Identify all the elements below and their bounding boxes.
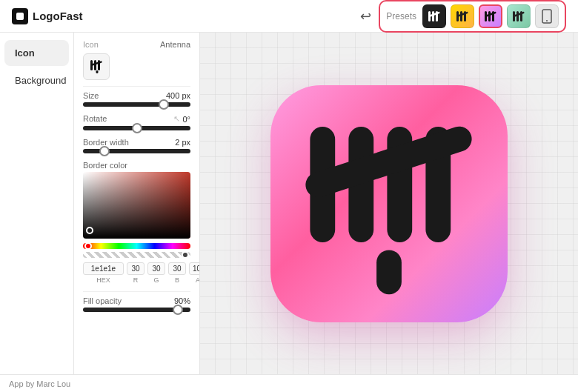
icon-preview-box[interactable] bbox=[83, 53, 110, 80]
border-width-label: Border width bbox=[83, 138, 129, 147]
b-input[interactable] bbox=[168, 262, 186, 275]
border-width-slider-row: Border width 2 px bbox=[83, 138, 190, 153]
footer: App by Marc Lou bbox=[0, 374, 578, 392]
color-inputs-row: HEX R G B A bbox=[83, 262, 190, 284]
sidebar-item-background[interactable]: Background bbox=[4, 67, 69, 93]
color-gradient bbox=[83, 172, 190, 239]
border-width-value: 2 px bbox=[175, 138, 190, 147]
hue-thumb bbox=[84, 242, 92, 250]
border-color-label: Border color bbox=[83, 161, 127, 170]
sidebar-nav: Icon Background bbox=[0, 33, 74, 374]
color-picker[interactable] bbox=[83, 172, 190, 239]
control-panel: Icon Antenna Size 400 px bbox=[74, 33, 200, 374]
presets-label: Presets bbox=[386, 11, 416, 21]
svg-rect-10 bbox=[488, 11, 491, 21]
app-icon bbox=[270, 85, 508, 322]
canvas-area bbox=[200, 33, 578, 374]
footer-link[interactable]: Marc Lou bbox=[36, 379, 70, 388]
rotate-thumb[interactable] bbox=[132, 123, 142, 133]
preset-4[interactable] bbox=[507, 4, 531, 28]
alpha-slider[interactable] bbox=[83, 252, 190, 258]
a-input[interactable] bbox=[189, 262, 200, 275]
r-input-group: R bbox=[127, 262, 144, 284]
svg-rect-2 bbox=[432, 11, 434, 21]
presets-bar: Presets bbox=[379, 0, 566, 33]
border-width-thumb[interactable] bbox=[99, 146, 110, 156]
footer-text: App by Marc Lou bbox=[9, 379, 70, 388]
preset-2[interactable] bbox=[451, 4, 474, 28]
sidebar-item-icon[interactable]: Icon bbox=[4, 40, 69, 66]
svg-rect-6 bbox=[460, 11, 462, 21]
size-thumb[interactable] bbox=[159, 99, 169, 110]
svg-rect-0 bbox=[16, 13, 24, 20]
rotate-icon: ↖ bbox=[173, 114, 180, 124]
size-slider-row: Size 400 px bbox=[83, 91, 190, 107]
rotate-slider-row: Rotate ↖ 0° bbox=[83, 114, 190, 130]
size-label: Size bbox=[83, 91, 99, 100]
r-input[interactable] bbox=[127, 262, 144, 275]
g-label: G bbox=[153, 276, 159, 284]
logo-icon bbox=[12, 8, 28, 24]
rotate-label: Rotate bbox=[83, 114, 107, 124]
preset-5[interactable] bbox=[535, 4, 559, 28]
hex-label: HEX bbox=[96, 276, 110, 284]
svg-rect-29 bbox=[376, 250, 402, 294]
rotate-value: 0° bbox=[182, 115, 190, 124]
g-input-group: G bbox=[147, 262, 165, 284]
hex-input[interactable] bbox=[83, 262, 124, 275]
rotate-slider[interactable] bbox=[83, 126, 190, 130]
svg-rect-20 bbox=[94, 60, 96, 70]
color-cursor bbox=[86, 227, 93, 234]
fill-opacity-slider-row: Fill opacity 90% bbox=[83, 296, 190, 312]
size-label-row: Size 400 px bbox=[83, 91, 190, 100]
hex-input-group: HEX bbox=[83, 262, 124, 284]
hue-slider[interactable] bbox=[83, 243, 190, 249]
undo-button[interactable]: ↩ bbox=[360, 8, 371, 24]
divider-2 bbox=[83, 291, 190, 292]
fill-opacity-label-row: Fill opacity 90% bbox=[83, 296, 190, 305]
icon-section-label: Icon bbox=[83, 40, 99, 49]
logo: LogoFast bbox=[12, 8, 83, 24]
border-width-slider[interactable] bbox=[83, 149, 190, 153]
main-layout: Icon Background Icon Antenna Size 400 px bbox=[0, 33, 578, 374]
svg-rect-23 bbox=[96, 70, 99, 73]
size-value: 400 px bbox=[166, 91, 190, 100]
icon-name-label: Antenna bbox=[160, 40, 190, 49]
preset-3[interactable] bbox=[479, 4, 502, 28]
g-input[interactable] bbox=[147, 262, 165, 275]
r-label: R bbox=[133, 276, 139, 284]
fill-opacity-thumb[interactable] bbox=[173, 305, 183, 315]
alpha-thumb bbox=[182, 251, 189, 259]
icon-header-row: Icon Antenna bbox=[83, 40, 190, 49]
a-input-group: A bbox=[189, 262, 200, 284]
b-input-group: B bbox=[168, 262, 186, 284]
border-color-section: Border color HEX bbox=[83, 161, 190, 284]
svg-rect-14 bbox=[516, 11, 519, 21]
fill-opacity-label: Fill opacity bbox=[83, 296, 122, 305]
header: LogoFast ↩ Presets bbox=[0, 0, 578, 33]
border-color-label-row: Border color bbox=[83, 161, 190, 170]
size-slider[interactable] bbox=[83, 102, 190, 107]
preset-1[interactable] bbox=[422, 4, 446, 28]
divider-1 bbox=[83, 86, 190, 87]
fill-opacity-slider[interactable] bbox=[83, 308, 190, 312]
border-width-label-row: Border width 2 px bbox=[83, 138, 190, 147]
b-label: B bbox=[175, 276, 179, 284]
svg-point-18 bbox=[546, 20, 548, 21]
logo-text: LogoFast bbox=[33, 10, 83, 22]
